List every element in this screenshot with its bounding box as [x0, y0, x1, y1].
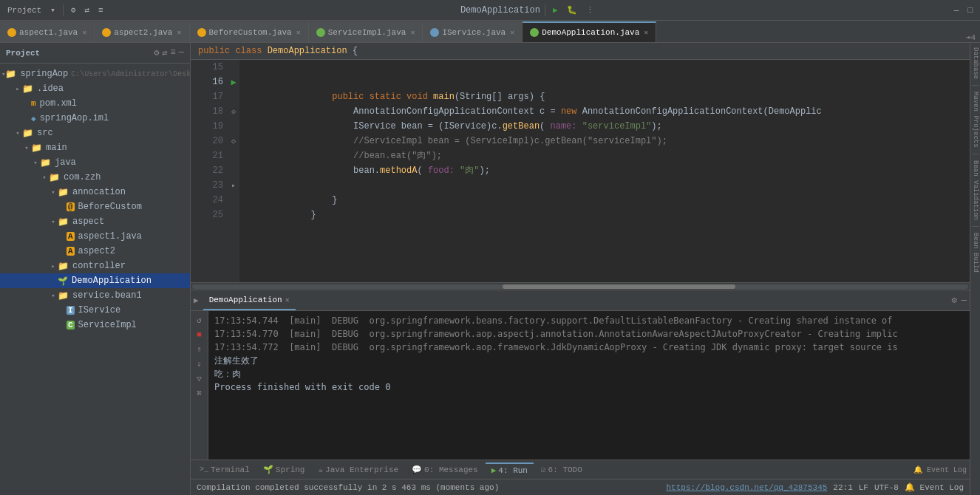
console-tab-close[interactable]: ✕	[285, 296, 290, 304]
tree-item-idea[interactable]: ▸ 📁 .idea	[0, 81, 190, 96]
event-log-link[interactable]: 🔔 Event Log	[913, 465, 967, 474]
bottom-tab-todo[interactable]: ☑ 6: TODO	[535, 463, 588, 476]
right-label-bean-build[interactable]: Bean Build	[971, 228, 980, 277]
toolbar-dropdown-icon[interactable]: ▾	[47, 4, 58, 16]
tree-item-demoapplication[interactable]: 🌱 DemoApplication	[0, 273, 190, 288]
tree-label-springaop-iml: springAop.iml	[40, 113, 109, 123]
status-bar: Compilation completed successfully in 2 …	[191, 479, 970, 495]
bottom-tab-icon-messages: 💬	[412, 465, 422, 474]
bottom-tab-label-todo: 6: TODO	[548, 465, 582, 474]
tab-close-serviceimpl[interactable]: ✕	[410, 28, 415, 37]
bottom-tab-run[interactable]: ▶ 4: Run	[486, 462, 534, 477]
tree-arrow-src: ▾	[13, 129, 22, 137]
tree-item-springaop-iml[interactable]: ◆ springAop.iml	[0, 111, 190, 126]
tab-close-beforecustom[interactable]: ✕	[296, 28, 301, 37]
toolbar-debug-btn[interactable]: 🐛	[564, 4, 580, 16]
toolbar-minimize-btn[interactable]: —	[951, 4, 962, 16]
tree-item-controller[interactable]: ▸ 📁 controller	[0, 259, 190, 273]
editor-area: public class DemoApplication { 15 16 17 …	[191, 43, 970, 495]
tree-fileicon-pom: m	[31, 99, 36, 108]
tab-serviceimpl[interactable]: ServiceImpl.java ✕	[309, 21, 423, 42]
paren-open-18: (	[540, 121, 550, 132]
toolbar-expand-icon[interactable]: ≡	[95, 4, 106, 16]
tree-item-aspect1-java[interactable]: A aspect1.java	[0, 229, 190, 244]
tab-scroll-right[interactable]: ⇥4	[962, 33, 980, 42]
tree-item-src[interactable]: ▾ 📁 src	[0, 126, 190, 140]
tab-aspect2[interactable]: aspect2.java ✕	[95, 21, 189, 42]
toolbar-maximize-btn[interactable]: □	[964, 4, 976, 16]
bottom-tab-terminal[interactable]: >_ Terminal	[194, 464, 256, 476]
console-filter-btn[interactable]: ▽	[195, 372, 203, 385]
bottom-tab-label-spring: Spring	[276, 465, 305, 474]
console-stop-btn[interactable]: ■	[195, 329, 203, 341]
sidebar-icon-minus[interactable]: —	[179, 47, 184, 58]
console-tab-demoapplication[interactable]: DemoApplication ✕	[203, 291, 296, 310]
console-scroll-bottom-btn[interactable]: ⇓	[195, 358, 203, 370]
space-21	[455, 165, 460, 176]
var-bean-18: bean = (	[401, 121, 444, 132]
tree-item-iservice[interactable]: I IService	[0, 303, 190, 318]
tree-fileicon-serviceimpl: C	[67, 321, 75, 330]
sidebar-icon-sync[interactable]: ⇄	[162, 47, 167, 58]
right-label-maven[interactable]: Maven Projects	[971, 87, 980, 152]
tab-iservice[interactable]: IService.java ✕	[423, 21, 523, 42]
tree-item-beforecustom[interactable]: @ BeforeCustom	[0, 199, 190, 214]
console-settings-icon[interactable]: ⚙	[952, 295, 957, 306]
toolbar-settings-icon[interactable]: ⚙	[68, 4, 79, 16]
tree-item-annocation[interactable]: ▾ 📁 annocation	[0, 185, 190, 199]
tree-label-pom: pom.xml	[40, 98, 77, 109]
cast-close-18: )c.	[486, 121, 503, 132]
tree-item-aspect[interactable]: ▾ 📁 aspect	[0, 214, 190, 229]
tab-close-aspect2[interactable]: ✕	[177, 28, 181, 37]
right-label-database[interactable]: Database	[971, 43, 980, 83]
right-label-bean-validation[interactable]: Bean Validation	[971, 156, 980, 225]
tree-item-springaop[interactable]: ▾ 📁 springAop C:\Users\Administrator\Des…	[0, 66, 190, 81]
gutter-20[interactable]: ◇	[228, 134, 239, 148]
tree-item-java[interactable]: ▾ 📁 java	[0, 155, 190, 170]
status-event-log[interactable]: 🔔 Event Log	[905, 482, 964, 492]
status-link[interactable]: https://blog.csdn.net/qq_42875345	[667, 483, 828, 492]
gutter-16[interactable]: ▶	[228, 75, 239, 89]
tab-close-demoapplication[interactable]: ✕	[644, 28, 648, 37]
tab-demoapplication[interactable]: DemoApplication.java ✕	[523, 21, 656, 42]
tree-fileicon-demoapplication: 🌱	[58, 276, 68, 286]
tree-item-serviceimpl[interactable]: C ServiceImpl	[0, 318, 190, 332]
bottom-tab-java-enterprise[interactable]: ☕ Java Enterprise	[312, 463, 404, 476]
toolbar-project-btn[interactable]: Project	[4, 4, 44, 16]
console-output: 17:13:54.744 [main] DEBUG org.springfram…	[208, 311, 970, 460]
console-scroll-top-btn[interactable]: ⇑	[195, 343, 203, 355]
scrollbar-track[interactable]	[192, 284, 968, 289]
toolbar-run-btn[interactable]: ▶	[550, 4, 561, 16]
toolbar-sync-icon[interactable]: ⇄	[81, 4, 92, 16]
gutter-23[interactable]: ▸	[228, 178, 239, 193]
bottom-tab-messages[interactable]: 💬 0: Messages	[406, 463, 484, 476]
tab-label-serviceimpl: ServiceImpl.java	[328, 28, 406, 37]
tree-label-src: src	[37, 128, 53, 138]
toolbar-run-more[interactable]: ⋮	[583, 4, 597, 16]
sidebar-icon-expand[interactable]: ≡	[171, 47, 176, 58]
bottom-tab-spring[interactable]: 🌱 Spring	[257, 463, 311, 476]
var-c-17: c =	[540, 106, 561, 117]
editor-scrollbar[interactable]	[191, 282, 970, 290]
gutter-18[interactable]: ◇	[228, 104, 239, 119]
console-close-icon[interactable]: —	[962, 296, 967, 306]
method-getbean-18: getBean	[503, 121, 540, 132]
scrollbar-thumb[interactable]	[503, 284, 735, 289]
tree-item-main[interactable]: ▾ 📁 main	[0, 140, 190, 155]
console-restart-btn[interactable]: ↺	[195, 314, 203, 327]
tab-close-iservice[interactable]: ✕	[510, 28, 514, 37]
tab-beforecustom[interactable]: BeforeCustom.java ✕	[190, 21, 309, 42]
tree-item-service-bean1[interactable]: ▾ 📁 service.bean1	[0, 288, 190, 303]
tree-item-aspect2-java[interactable]: A aspect2	[0, 244, 190, 259]
editor-content[interactable]: 15 16 17 18 19 20 21 22 23 24 25 ▶	[191, 60, 970, 282]
console-wrap-btn[interactable]: ⌘	[195, 387, 203, 400]
tree-folder-icon-com-zzh: 📁	[49, 172, 60, 183]
tab-aspect1[interactable]: aspect1.java ✕	[0, 21, 95, 42]
tree-item-pom[interactable]: m pom.xml	[0, 96, 190, 111]
sidebar-icon-gear[interactable]: ⚙	[154, 47, 159, 58]
tree-label-springaop: springAop	[20, 69, 68, 79]
code-editor[interactable]: public static void main(String[] args) {…	[239, 60, 970, 282]
tab-close-aspect1[interactable]: ✕	[82, 28, 86, 37]
tree-item-com-zzh[interactable]: ▾ 📁 com.zzh	[0, 170, 190, 185]
type-cast-18: IService	[443, 121, 486, 132]
